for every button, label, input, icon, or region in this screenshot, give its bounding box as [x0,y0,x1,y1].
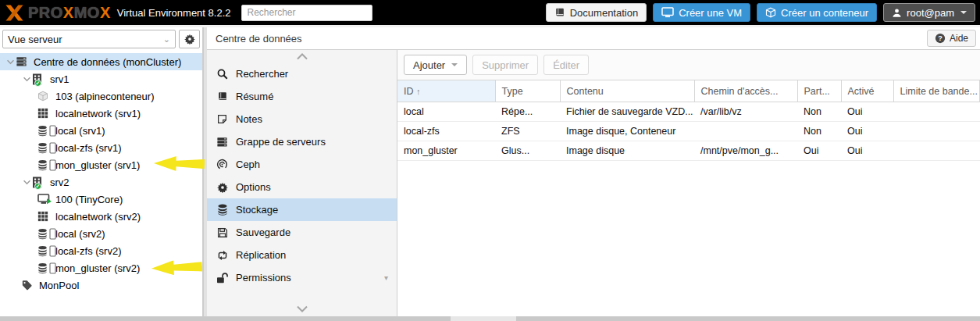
menu-item-label: Ceph [236,159,260,170]
table-cell: Oui [841,122,893,141]
menu-item-permissions[interactable]: Permissions▾ [207,266,397,289]
table-cell: Glus... [495,141,560,161]
table-row-local[interactable]: localRépe...Fichier de sauvegarde VZD...… [397,102,980,122]
global-search-input[interactable] [241,5,372,21]
tree-item-103-alpineconteneur[interactable]: 103 (alpineconteneur) [0,87,202,105]
tree-item-label: MonPool [37,280,79,291]
content-header: Centre de données ? Aide [207,27,980,50]
gear-icon [184,34,195,45]
documentation-button[interactable]: Documentation [546,3,647,22]
menu-item-sauvegarde[interactable]: Sauvegarde [207,221,397,244]
expand-caret-icon[interactable] [21,180,32,185]
tree-item-label: localnetwork (srv2) [53,211,141,223]
table-cell: Oui [841,102,893,122]
tree-item-100-tinycore[interactable]: 100 (TinyCore) [0,191,202,208]
table-cell: Image disque, Conteneur [560,122,694,141]
menu-item-r-sum[interactable]: Résumé [207,85,397,108]
tree-item-label: local-zfs (srv1) [53,142,122,154]
menu-item-options[interactable]: Options [207,176,397,198]
column-header-part[interactable]: Part... [797,80,841,102]
tree-item-local-zfs-srv1[interactable]: local-zfs (srv1) [0,139,202,156]
tree-item-label: 103 (alpineconteneur) [53,91,154,102]
tree-item-label: localnetwork (srv1) [53,108,141,119]
horizontal-scrollbar-thumb[interactable] [451,316,516,321]
note-icon [217,114,227,124]
menu-item-label: Réplication [236,249,286,261]
table-cell: /mnt/pve/mon_g... [694,141,797,161]
ceph-icon [216,159,228,170]
node-icon: ✓ [32,73,42,85]
remove-button[interactable]: Supprimer [472,55,538,75]
user-icon [892,8,902,18]
vm-running-icon [37,194,52,205]
column-header-activ[interactable]: Activé [841,80,893,102]
tree-settings-button[interactable] [179,30,200,48]
view-mode-select[interactable]: Vue serveur ⌄ [2,30,176,48]
scroll-up-icon[interactable] [207,50,397,62]
column-header-id[interactable]: ID ↑ [397,80,495,102]
chevron-down-icon: ⌄ [163,34,170,45]
tree-item-monpool[interactable]: MonPool [0,276,202,294]
create-vm-button[interactable]: Créer une VM [653,3,750,22]
menu-item-label: Grappe de serveurs [236,136,326,148]
tree-item-label: mon_gluster (srv1) [53,159,140,171]
server-stack-icon [216,137,228,148]
menu-item-label: Résumé [236,91,273,102]
search-icon [217,69,228,80]
column-header-chemin-d-acc-s[interactable]: Chemin d'accès... [694,80,797,102]
gear-icon [217,182,228,193]
book-icon [554,7,565,18]
expand-caret-icon[interactable] [21,77,32,82]
tree-item-localnetwork-srv2[interactable]: localnetwork (srv2) [0,208,202,225]
column-header-contenu[interactable]: Contenu [560,80,694,102]
tree-item-label: local-zfs (srv2) [53,245,122,257]
datacenter-icon [16,56,27,67]
page-title: Centre de données [216,33,302,45]
table-row-local-zfs[interactable]: local-zfsZFSImage disque, ConteneurNonOu… [397,122,980,141]
tree-item-centre-de-donn-es-moncluster[interactable]: Centre de données (monCluster) [0,53,202,70]
menu-item-notes[interactable]: Notes [207,108,397,130]
column-header-limite-de-bande[interactable]: Limite de bande... [893,80,980,102]
expand-caret-icon[interactable] [5,59,16,65]
user-menu-button[interactable]: root@pam [883,3,975,22]
status-online-icon: ✓ [34,80,41,87]
tree-item-label: mon_gluster (srv2) [53,262,140,274]
storage-icon [37,245,56,257]
proxmox-wordmark: PROXMOX [28,4,111,22]
menu-item-rechercher[interactable]: Rechercher [207,62,397,85]
horizontal-scrollbar [0,316,980,321]
menu-item-label: Rechercher [236,68,288,80]
proxmox-logo: PROXMOX [5,3,111,23]
tree-item-srv2[interactable]: ✓srv2 [0,173,202,191]
add-button[interactable]: Ajouter [404,55,467,75]
help-button[interactable]: ? Aide [927,30,976,47]
scroll-down-icon[interactable] [207,302,397,315]
tree-item-localnetwork-srv1[interactable]: localnetwork (srv1) [0,105,202,122]
content-panel: Centre de données ? Aide RechercherRésum… [207,27,980,316]
menu-item-r-plication[interactable]: Réplication [207,244,397,266]
edit-button[interactable]: Éditer [543,55,589,75]
tree-item-srv1[interactable]: ✓srv1 [0,70,202,87]
storage-toolbar: Ajouter Supprimer Éditer [397,50,980,80]
unlock-icon [216,273,229,284]
menu-item-ceph[interactable]: Ceph [207,153,397,176]
column-header-type[interactable]: Type [495,80,560,102]
table-row-mon-gluster[interactable]: mon_glusterGlus...Image disque/mnt/pve/m… [397,141,980,161]
tree-item-local-srv1[interactable]: local (srv1) [0,122,202,139]
table-cell: /var/lib/vz [694,102,797,122]
menu-item-label: Stockage [236,204,278,216]
menu-item-grappe-de-serveurs[interactable]: Grappe de serveurs [207,130,397,153]
create-container-button[interactable]: Créer un conteneur [757,3,877,22]
tree-item-local-zfs-srv2[interactable]: local-zfs (srv2) [0,242,202,259]
tree-item-label: Centre de données (monCluster) [31,56,181,68]
container-stopped-icon [37,91,48,102]
menu-item-stockage[interactable]: Stockage [207,198,397,221]
tree-item-label: srv1 [48,73,69,85]
repeat-icon [216,250,229,261]
proxmox-x-icon [5,3,24,23]
table-cell: Non [797,122,841,141]
pool-icon [21,280,33,291]
tree-item-label: local (srv1) [53,125,105,137]
submenu-caret-icon[interactable]: ▾ [384,273,388,282]
tree-item-local-srv2[interactable]: local (srv2) [0,225,202,242]
